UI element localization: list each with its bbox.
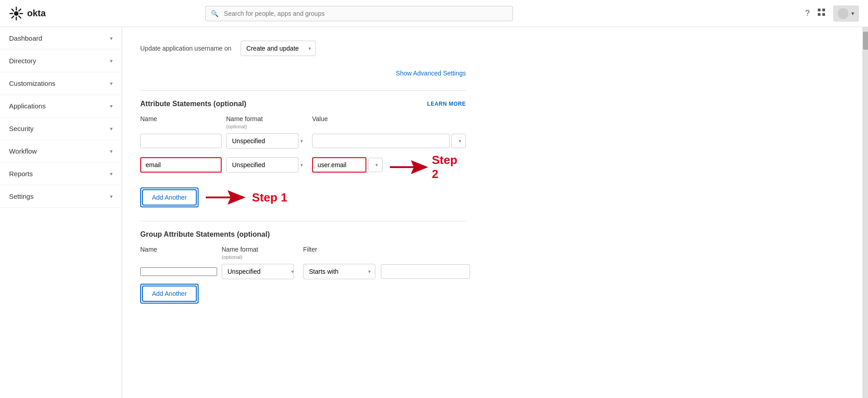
svg-line-7 [19,9,21,11]
user-menu[interactable]: ▾ [833,5,859,22]
group-attr-row-1: Unspecified URI Reference Basic ▾ Starts… [140,264,466,279]
update-username-select-wrap: Create and update Create only ▾ [241,41,316,56]
chevron-icon-directory: ▾ [110,58,113,64]
sidebar-label-dashboard: Dashboard [9,34,42,42]
scrollbar-thumb[interactable] [863,32,868,50]
group-attr-name-1[interactable] [140,267,217,276]
attr-format-select-2[interactable]: Unspecified URI Reference Basic [226,157,299,173]
group-filter-type-wrap-1: Starts with Equals Contains Matches rege… [303,264,375,279]
search-icon: 🔍 [211,10,218,17]
main-content: Update application username on Create an… [122,27,868,398]
add-another-group-wrapper: Add Another [140,284,199,304]
svg-rect-10 [822,9,825,11]
chevron-icon-reports: ▾ [110,171,113,177]
group-col-name-header: Name [140,246,217,260]
sidebar: Dashboard ▾ Directory ▾ Customizations ▾… [0,27,122,398]
sidebar-item-dashboard[interactable]: Dashboard ▾ [0,27,122,50]
attr-value-1[interactable] [312,134,450,148]
section-divider-1 [140,90,466,91]
attr-name-2[interactable] [140,157,222,173]
attr-value-wrap-1: ▾ [312,134,466,148]
sidebar-item-settings[interactable]: Settings ▾ [0,185,122,208]
attr-row-2-container: Unspecified URI Reference Basic ▾ ▾ [140,153,466,181]
chevron-icon-customizations: ▾ [110,80,113,87]
sidebar-label-workflow: Workflow [9,147,37,155]
sidebar-item-reports[interactable]: Reports ▾ [0,163,122,185]
svg-line-5 [12,9,14,11]
sidebar-label-reports: Reports [9,170,33,178]
navbar: okta 🔍 ? ▾ [0,0,868,27]
chevron-icon-workflow: ▾ [110,148,113,155]
attr-format-select-1[interactable]: Unspecified URI Reference Basic [226,133,299,149]
sidebar-label-settings: Settings [9,192,33,200]
search-bar: 🔍 [205,6,513,21]
sidebar-label-applications: Applications [9,102,46,110]
add-another-wrapper: Add Another [140,187,199,207]
chevron-icon-dashboard: ▾ [110,35,113,42]
attr-value-2[interactable] [312,157,366,173]
show-advanced-link[interactable]: Show Advanced Settings [396,70,466,77]
chevron-icon-settings: ▾ [110,193,113,200]
dropdown-arrow-icon-attr2: ▾ [300,162,303,168]
svg-marker-13 [390,160,428,174]
layout: Dashboard ▾ Directory ▾ Customizations ▾… [0,27,868,398]
add-another-group-section: Add Another [140,284,466,304]
group-filter-select-1[interactable]: Starts with Equals Contains Matches rege… [303,264,375,279]
grid-icon[interactable] [817,8,826,19]
logo-text: okta [27,8,46,19]
sidebar-label-directory: Directory [9,57,36,65]
chevron-icon-applications: ▾ [110,103,113,109]
attr-value-dropdown-2[interactable] [368,158,383,172]
sidebar-label-security: Security [9,125,33,132]
section-divider-2 [140,221,466,221]
add-another-button[interactable]: Add Another [142,189,197,206]
attr-col-name-header: Name [140,115,222,130]
svg-marker-14 [206,190,246,205]
attr-format-select-wrap-2: Unspecified URI Reference Basic ▾ [226,157,308,173]
navbar-right: ? ▾ [805,5,859,22]
sidebar-item-applications[interactable]: Applications ▾ [0,95,122,117]
svg-line-6 [19,16,21,18]
attr-value-dropdown-1[interactable] [451,134,466,148]
help-icon[interactable]: ? [805,9,810,18]
sidebar-item-security[interactable]: Security ▾ [0,117,122,140]
group-col-filter-header: Filter [303,246,466,260]
okta-logo: okta [9,6,46,21]
add-another-group-button[interactable]: Add Another [142,286,197,302]
chevron-icon-security: ▾ [110,126,113,132]
attribute-statements-header: Attribute Statements (optional) LEARN MO… [140,100,466,108]
add-another-row: Add Another Step 1 [140,187,466,207]
update-username-row: Update application username on Create an… [140,36,466,65]
group-filter-value-1[interactable] [381,264,470,279]
search-input[interactable] [205,6,513,21]
attr-table-header: Name Name format (optional) Value [140,115,466,133]
step2-annotation: Step 2 [389,153,466,181]
attr-value-dropdown-wrap-2: ▾ [368,158,383,172]
step2-label: Step 2 [432,153,466,181]
sidebar-item-customizations[interactable]: Customizations ▾ [0,72,122,95]
attribute-statements-title: Attribute Statements (optional) [140,100,247,108]
attr-col-value-header: Value [312,115,466,130]
update-username-label: Update application username on [140,45,232,52]
attr-col-format-header: Name format (optional) [226,115,308,130]
svg-rect-9 [818,9,821,11]
scrollbar[interactable] [863,27,868,398]
group-attribute-statements-header: Group Attribute Statements (optional) [140,230,466,239]
step2-arrow-icon [389,159,428,175]
sidebar-item-workflow[interactable]: Workflow ▾ [0,140,122,163]
group-format-select-1[interactable]: Unspecified URI Reference Basic [222,264,294,279]
okta-sun-icon [9,6,24,21]
dropdown-arrow-icon-attr1: ▾ [300,138,303,144]
group-statements-title: Group Attribute Statements (optional) [140,230,270,239]
attr-format-select-wrap-1: Unspecified URI Reference Basic ▾ [226,133,308,149]
group-format-select-wrap-1: Unspecified URI Reference Basic ▾ [222,264,299,279]
sidebar-item-directory[interactable]: Directory ▾ [0,50,122,72]
svg-rect-12 [822,13,825,16]
svg-line-8 [12,16,14,18]
attr-name-1[interactable] [140,134,222,148]
group-filter-wrap-1: Starts with Equals Contains Matches rege… [303,264,470,279]
group-attr-table-header: Name Name format (optional) Filter [140,246,466,264]
learn-more-link[interactable]: LEARN MORE [427,101,466,107]
update-username-select[interactable]: Create and update Create only [241,41,316,56]
attr-value-dropdown-wrap-1: ▾ [451,134,466,148]
